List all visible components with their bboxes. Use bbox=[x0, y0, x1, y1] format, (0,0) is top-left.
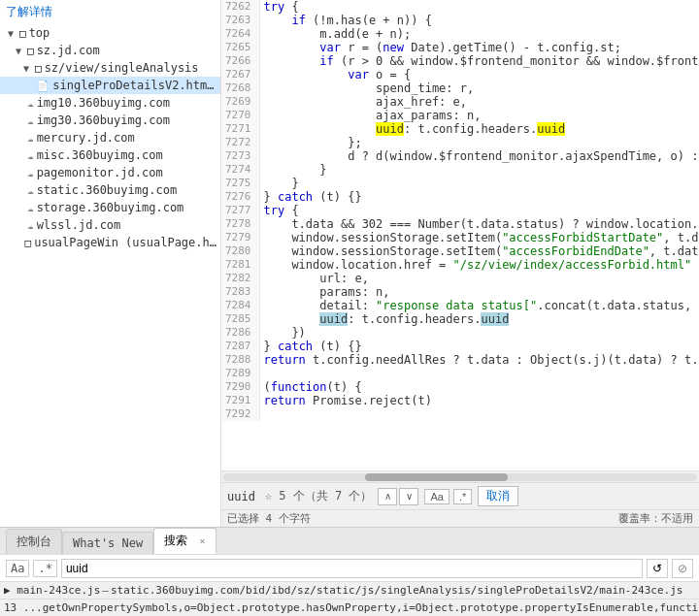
sidebar-item-wlssl[interactable]: ☁ wlssl.jd.com bbox=[0, 216, 220, 234]
file-path-part1: ▶ main-243ce.js bbox=[4, 584, 100, 597]
label-view: sz/view/singleAnalysis bbox=[45, 61, 199, 75]
table-row: 7270 ajax_params: n, bbox=[221, 109, 699, 122]
cloud-icon-misc: ☁ bbox=[27, 149, 34, 162]
status-line: 13 ...getOwnPropertySymbols,o=Object.pro… bbox=[0, 599, 699, 616]
label-static: static.360buyimg.com bbox=[37, 183, 178, 197]
sidebar-item-szjd[interactable]: ▼ □ sz.jd.com bbox=[0, 42, 220, 59]
table-row: 7265 var r = (new Date).getTime() - t.co… bbox=[221, 41, 699, 54]
arrow-storage bbox=[16, 203, 27, 213]
search-nav-buttons: ∧ ∨ bbox=[378, 488, 418, 505]
table-row: 7287} catch (t) {} bbox=[221, 340, 699, 353]
sidebar-item-img30[interactable]: ☁ img30.360buyimg.com bbox=[0, 112, 220, 129]
refresh-button[interactable]: ↺ bbox=[647, 559, 668, 578]
arrow-top: ▼ bbox=[8, 28, 19, 39]
label-misc: misc.360buyimg.com bbox=[37, 148, 163, 162]
table-row: 7286 }) bbox=[221, 326, 699, 340]
status-line-text: 13 ...getOwnPropertySymbols,o=Object.pro… bbox=[4, 601, 699, 614]
cloud-icon-img30: ☁ bbox=[27, 114, 34, 127]
file-path-bar: ▶ main-243ce.js — static.360buyimg.com/b… bbox=[0, 581, 699, 599]
table-row: 7269 ajax_href: e, bbox=[221, 95, 699, 109]
cloud-icon-static: ☁ bbox=[27, 184, 34, 197]
search-prev-button[interactable]: ∧ bbox=[378, 488, 397, 505]
code-area[interactable]: 7262try { 7263 if (!m.has(e + n)) { 7264… bbox=[221, 0, 699, 470]
separator-icon: — bbox=[102, 584, 109, 597]
tab-console-label: 控制台 bbox=[17, 535, 51, 548]
arrow-wlssl bbox=[16, 220, 27, 231]
table-row: 7288return t.config.needAllRes ? t.data … bbox=[221, 353, 699, 367]
regex-opt-label[interactable]: .* bbox=[33, 560, 56, 577]
sidebar-item-mercury[interactable]: ☁ mercury.jd.com bbox=[0, 129, 220, 146]
table-row: 7267 var o = { bbox=[221, 68, 699, 81]
file-path-part2: static.360buyimg.com/bid/ibd/sz/static/j… bbox=[111, 584, 682, 597]
sidebar-item-pagemon[interactable]: ☁ pagemonitor.jd.com bbox=[0, 164, 220, 181]
code-table: 7262try { 7263 if (!m.has(e + n)) { 7264… bbox=[221, 0, 699, 421]
table-row: 7263 if (!m.has(e + n)) { bbox=[221, 14, 699, 27]
label-img30: img30.360buyimg.com bbox=[37, 113, 170, 127]
case-sensitive-button[interactable]: Aa bbox=[424, 489, 449, 504]
horizontal-scrollbar[interactable] bbox=[221, 470, 699, 482]
tab-console[interactable]: 控制台 bbox=[6, 529, 62, 554]
arrow-usualpage bbox=[15, 238, 25, 248]
table-row: 7282 url: e, bbox=[221, 272, 699, 285]
arrow-szjd: ▼ bbox=[16, 46, 27, 56]
status-bar: 已选择 4 个字符 覆盖率：不适用 bbox=[221, 509, 699, 527]
arrow-img30 bbox=[16, 115, 27, 126]
sidebar-item-top[interactable]: ▼ □ top bbox=[0, 24, 220, 42]
label-file: singleProDetailsV2.html?sxu: bbox=[52, 79, 216, 92]
scrollbar-track[interactable] bbox=[223, 473, 697, 481]
sidebar-item-storage[interactable]: ☁ storage.360buyimg.com bbox=[0, 199, 220, 216]
arrow-mercury bbox=[16, 133, 27, 144]
case-opt-label[interactable]: Aa bbox=[6, 560, 29, 577]
cloud-icon-storage: ☁ bbox=[27, 202, 34, 214]
tab-search[interactable]: 搜索 ✕ bbox=[153, 528, 216, 554]
arrow-view: ▼ bbox=[23, 63, 35, 74]
scrollbar-thumb[interactable] bbox=[365, 473, 507, 481]
table-row: 7283 params: n, bbox=[221, 285, 699, 299]
sidebar-item-static[interactable]: ☁ static.360buyimg.com bbox=[0, 181, 220, 199]
sidebar-item-img10[interactable]: ☁ img10.360buyimg.com bbox=[0, 94, 220, 112]
sidebar-item-view[interactable]: ▼ □ sz/view/singleAnalysis bbox=[0, 59, 220, 77]
tab-whatsnew[interactable]: What's New bbox=[62, 532, 153, 554]
label-pagemon: pagemonitor.jd.com bbox=[37, 166, 163, 179]
cloud-icon-pagemon: ☁ bbox=[27, 167, 34, 179]
folder-icon-top: □ bbox=[19, 27, 26, 40]
table-row: 7266 if (r > 0 && window.$frontend_monit… bbox=[221, 54, 699, 68]
table-row: 7281 window.location.href = "/sz/view/in… bbox=[221, 258, 699, 272]
cloud-icon-wlssl: ☁ bbox=[27, 219, 34, 232]
table-row: 7262try { bbox=[221, 0, 699, 14]
table-row: 7274 } bbox=[221, 163, 699, 177]
table-row: 7275 } bbox=[221, 177, 699, 190]
cloud-icon-mercury: ☁ bbox=[27, 132, 34, 145]
tab-whatsnew-label: What's New bbox=[73, 536, 143, 550]
table-row: 7264 m.add(e + n); bbox=[221, 27, 699, 41]
table-row: 7278 t.data && 302 === Number(t.data.sta… bbox=[221, 217, 699, 231]
arrow-file bbox=[26, 81, 36, 91]
regex-button[interactable]: .* bbox=[453, 489, 472, 504]
coverage-text: 覆盖率：不适用 bbox=[618, 511, 693, 526]
clear-button[interactable]: ⊘ bbox=[672, 559, 693, 578]
search-next-button[interactable]: ∨ bbox=[399, 488, 418, 505]
tab-search-close-icon[interactable]: ✕ bbox=[199, 535, 205, 546]
table-row: 7277try { bbox=[221, 204, 699, 217]
label-wlssl: wlssl.jd.com bbox=[37, 218, 121, 232]
arrow-misc bbox=[16, 150, 27, 161]
search-count: ☆ 5 个（共 7 个） bbox=[265, 488, 373, 504]
label-storage: storage.360buyimg.com bbox=[37, 201, 184, 214]
cancel-search-button[interactable]: 取消 bbox=[478, 486, 518, 506]
search-input[interactable] bbox=[61, 559, 643, 578]
sidebar-item-usualpage[interactable]: □ usualPageWin (usualPage.html) bbox=[0, 234, 220, 251]
table-row: 7290(function(t) { bbox=[221, 380, 699, 394]
details-link[interactable]: 了解详情 bbox=[6, 5, 52, 18]
table-row: 7271 uuid: t.config.headers.uuid bbox=[221, 122, 699, 136]
label-usualpage: usualPageWin (usualPage.html) bbox=[34, 236, 216, 249]
sidebar-item-file[interactable]: 📄 singleProDetailsV2.html?sxu: bbox=[0, 77, 220, 94]
table-row: 7289 bbox=[221, 367, 699, 380]
search-bar: uuid ☆ 5 个（共 7 个） ∧ ∨ Aa .* 取消 bbox=[221, 482, 699, 509]
table-row: 7292 bbox=[221, 407, 699, 421]
main-container: 了解详情 ▼ □ top ▼ □ sz.jd.com ▼ □ sz/view/s… bbox=[0, 0, 699, 616]
sidebar-header[interactable]: 了解详情 bbox=[0, 0, 220, 24]
sidebar-item-misc[interactable]: ☁ misc.360buyimg.com bbox=[0, 146, 220, 164]
code-panel: 7262try { 7263 if (!m.has(e + n)) { 7264… bbox=[221, 0, 699, 527]
folder-icon-usualpage: □ bbox=[25, 237, 32, 249]
search-query-label: uuid bbox=[227, 490, 255, 503]
